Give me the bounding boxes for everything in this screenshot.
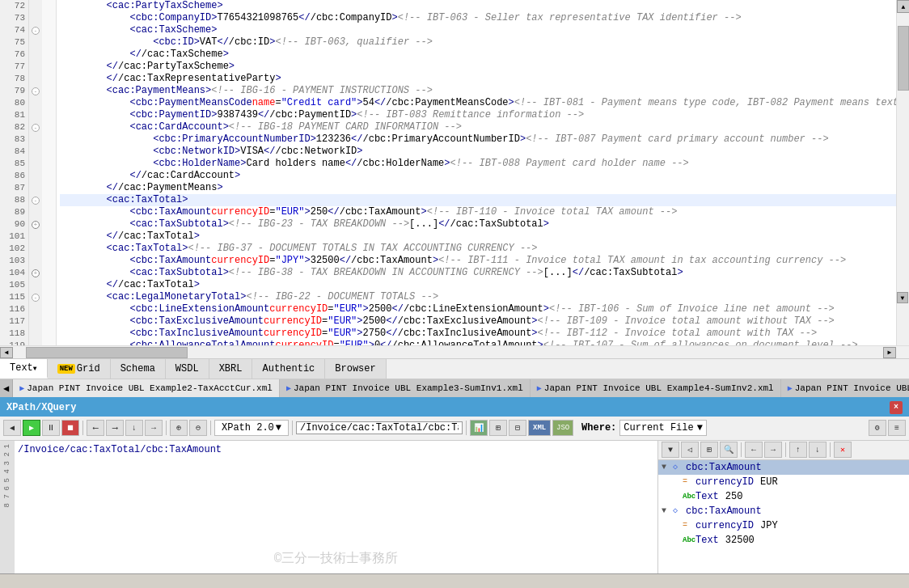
- file-tab-tab1[interactable]: ▶Japan PINT Invoice UBL Example2-TaxAcct…: [13, 379, 280, 397]
- xpath-prev-match-btn[interactable]: ⟵: [87, 420, 104, 436]
- code-line-82[interactable]: <cac:CardAccount> <!-- IBG-18 PAYMENT CA…: [60, 121, 896, 133]
- code-line-72[interactable]: <cac:PartyTaxScheme>: [60, 0, 896, 12]
- tab-browser[interactable]: Browser: [325, 359, 386, 379]
- tree-collapse-btn[interactable]: ◁: [681, 442, 699, 458]
- fold-btn-88[interactable]: -: [32, 197, 40, 205]
- tree-up-btn[interactable]: ↑: [789, 442, 807, 458]
- code-line-89[interactable]: <cbc:TaxAmount currencyID="EUR">250</ /c…: [60, 206, 896, 218]
- fold-indicator-82[interactable]: -: [29, 121, 42, 133]
- code-line-119[interactable]: <cbc:AllowanceTotalAmount currencyID="EU…: [60, 340, 896, 345]
- code-line-104[interactable]: <cac:TaxSubtotal> <!-- IBG-38 - TAX BREA…: [60, 267, 896, 279]
- file-tabs-scroll-left[interactable]: ◀: [0, 379, 13, 397]
- xpath-xml-btn[interactable]: XML: [528, 420, 551, 436]
- xpath-stop-btn[interactable]: ⏹: [61, 420, 79, 436]
- fold-indicator-90[interactable]: +: [29, 218, 42, 231]
- fold-indicator-115[interactable]: -: [29, 291, 42, 303]
- code-line-103[interactable]: <cbc:TaxAmount currencyID="JPY">32500</ …: [60, 255, 896, 267]
- code-line-88[interactable]: <cac:TaxTotal>: [60, 194, 896, 206]
- code-line-83[interactable]: <cbc:PrimaryAccountNumberID>123236</ /cb…: [60, 133, 896, 146]
- fold-btn-104[interactable]: +: [32, 269, 40, 277]
- code-line-102[interactable]: <cac:TaxTotal> <!-- IBG-37 - DOCUMENT TO…: [60, 243, 896, 255]
- code-line-84[interactable]: <cbc:NetworkID>VISA</ /cbc:NetworkID>: [60, 146, 896, 158]
- code-line-79[interactable]: <cac:PaymentMeans> <!-- IBG-16 - PAYMENT…: [60, 85, 896, 97]
- code-line-80[interactable]: <cbc:PaymentMeansCode name="Credit card"…: [60, 97, 896, 109]
- scroll-left-btn[interactable]: ◀: [0, 347, 13, 358]
- code-line-90[interactable]: <cac:TaxSubtotal> <!-- IBG-23 - TAX BREA…: [60, 218, 896, 231]
- vertical-scrollbar[interactable]: ▲ ▼: [896, 0, 909, 345]
- tree-next-btn[interactable]: →: [764, 442, 782, 458]
- horizontal-scrollbar[interactable]: ◀ ▶: [0, 345, 909, 358]
- scroll-right-btn[interactable]: ▶: [883, 347, 896, 358]
- file-tab-tab4[interactable]: ▶Japan PINT Invoice UBL Example5-Allo: [781, 379, 909, 397]
- fold-btn-115[interactable]: -: [32, 294, 40, 302]
- scroll-down-btn[interactable]: ▼: [897, 292, 908, 303]
- tree-item-1[interactable]: =currencyIDEUR: [658, 475, 909, 489]
- code-line-73[interactable]: <cbc:CompanyID>T7654321098765</ /cbc:Com…: [60, 12, 896, 24]
- tree-expand-btn[interactable]: ▼: [662, 442, 679, 458]
- scroll-thumb[interactable]: [898, 26, 909, 91]
- code-line-115[interactable]: <cac:LegalMonetaryTotal> <!-- IBG-22 - D…: [60, 291, 896, 303]
- code-line-75[interactable]: <cbc:ID>VAT</ /cbc:ID> <!-- IBT-063, qua…: [60, 36, 896, 49]
- fold-indicator-74[interactable]: -: [29, 24, 42, 36]
- xpath-chart-btn[interactable]: 📊: [470, 420, 488, 436]
- xpath-jso-btn[interactable]: JSO: [552, 420, 573, 436]
- code-line-117[interactable]: <cbc:TaxExclusiveAmount currencyID="EUR"…: [60, 315, 896, 328]
- xpath-next-match-btn[interactable]: ⟶: [106, 420, 124, 436]
- xpath-settings-btn[interactable]: ⚙: [869, 420, 886, 436]
- xpath-run-btn[interactable]: ▶: [23, 420, 40, 436]
- tree-item-2[interactable]: AbcText250: [658, 489, 909, 504]
- code-line-116[interactable]: <cbc:LineExtensionAmount currencyID="EUR…: [60, 303, 896, 315]
- tree-close-btn[interactable]: ✕: [834, 442, 852, 458]
- code-line-81[interactable]: <cbc:PaymentID>9387439</ /cbc:PaymentID>…: [60, 109, 896, 121]
- tree-down-btn[interactable]: ↓: [809, 442, 827, 458]
- tab-grid[interactable]: NEWGrid: [48, 359, 111, 379]
- code-line-105[interactable]: </ /cac:TaxTotal>: [60, 279, 896, 291]
- code-line-101[interactable]: </ /cac:TaxTotal>: [60, 231, 896, 243]
- xpath-help-btn[interactable]: ≡: [888, 420, 906, 436]
- xpath-tree[interactable]: ▼◇cbc:TaxAmount=currencyIDEURAbcText250▼…: [658, 460, 909, 573]
- tree-item-4[interactable]: =currencyIDJPY: [658, 518, 909, 533]
- file-tab-tab2[interactable]: ▶Japan PINT Invoice UBL Example3-SumInv1…: [280, 379, 531, 397]
- code-line-87[interactable]: </ /cac:PaymentMeans>: [60, 182, 896, 194]
- xpath-step-over-btn[interactable]: →: [145, 420, 163, 436]
- code-content[interactable]: <cac:PartyTaxScheme> <cbc:CompanyID>T765…: [57, 0, 896, 345]
- code-line-118[interactable]: <cbc:TaxInclusiveAmount currencyID="EUR"…: [60, 328, 896, 340]
- code-line-76[interactable]: </ /cac:TaxScheme>: [60, 49, 896, 61]
- tree-filter-btn[interactable]: ⊞: [700, 442, 718, 458]
- fold-indicator-88[interactable]: -: [29, 194, 42, 206]
- fold-btn-82[interactable]: -: [32, 124, 40, 132]
- code-line-74[interactable]: <cac:TaxScheme>: [60, 24, 896, 36]
- xpath-options-btn-2[interactable]: ⊟: [509, 420, 526, 436]
- tab-wsdl[interactable]: WSDL: [166, 359, 209, 379]
- tab-schema[interactable]: Schema: [111, 359, 166, 379]
- xpath-pause-btn[interactable]: ⏸: [42, 420, 60, 436]
- fold-indicator-79[interactable]: -: [29, 85, 42, 97]
- tree-item-5[interactable]: AbcText32500: [658, 533, 909, 548]
- tab-xbrl[interactable]: XBRL: [209, 359, 253, 379]
- xpath-back-btn[interactable]: ◀: [3, 420, 21, 436]
- fold-btn-79[interactable]: -: [32, 87, 40, 95]
- scroll-up-btn[interactable]: ▲: [897, 0, 909, 13]
- xpath-add-btn[interactable]: ⊕: [170, 420, 188, 436]
- tab-authentic[interactable]: Authentic: [252, 359, 325, 379]
- hscroll-thumb[interactable]: [26, 347, 188, 358]
- tree-expand-3[interactable]: ▼: [662, 504, 671, 518]
- xpath-options-btn-1[interactable]: ⊞: [489, 420, 507, 436]
- fold-btn-90[interactable]: +: [32, 221, 40, 229]
- tree-search-btn[interactable]: 🔍: [720, 442, 738, 458]
- xpath-result-area[interactable]: /Invoice/cac:TaxTotal/cbc:TaxAmount ©三分一…: [15, 441, 658, 573]
- tree-item-3[interactable]: ▼◇cbc:TaxAmount: [658, 504, 909, 518]
- xpath-close-btn[interactable]: ×: [890, 401, 903, 414]
- code-line-78[interactable]: </ /cac:TaxRepresentativeParty>: [60, 73, 896, 85]
- tab-text[interactable]: Text ▼: [0, 359, 48, 379]
- tree-item-0[interactable]: ▼◇cbc:TaxAmount: [658, 460, 909, 475]
- file-tab-tab3[interactable]: ▶Japan PINT Invoice UBL Example4-SumInv2…: [531, 379, 781, 397]
- xpath-remove-btn[interactable]: ⊖: [189, 420, 207, 436]
- fold-indicator-104[interactable]: +: [29, 267, 42, 279]
- xpath-step-into-btn[interactable]: ↓: [125, 420, 143, 436]
- where-select[interactable]: Current File ▼: [619, 420, 707, 436]
- xpath-input[interactable]: [296, 421, 463, 434]
- code-line-85[interactable]: <cbc:HolderName>Card holders name</ /cbc…: [60, 158, 896, 170]
- tree-prev-btn[interactable]: ←: [745, 442, 763, 458]
- tree-expand-0[interactable]: ▼: [662, 460, 671, 475]
